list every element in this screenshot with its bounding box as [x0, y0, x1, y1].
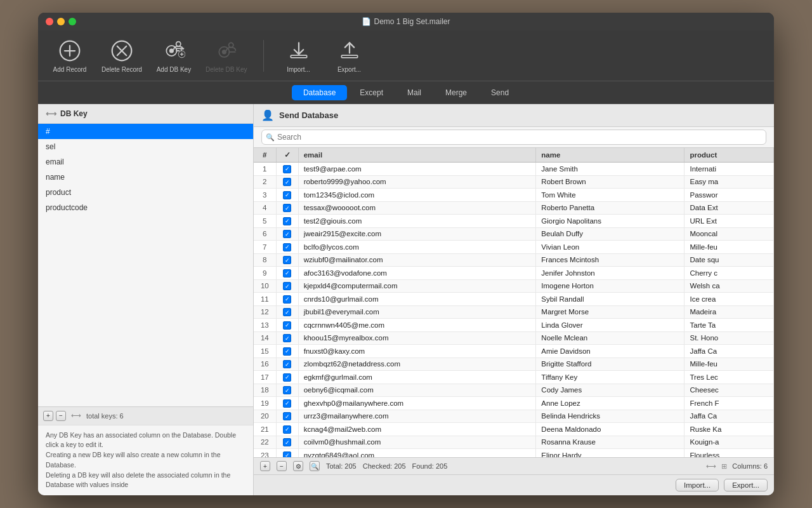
bottom-import-button[interactable]: Import... — [676, 479, 719, 491]
row-check[interactable]: ✓ — [276, 241, 298, 254]
import-button[interactable]: Import... — [280, 38, 318, 73]
table-row[interactable]: 18 ✓ oebny6@icqmail.com Cody James Chees… — [254, 384, 774, 397]
table-row[interactable]: 20 ✓ urrz3@mailanywhere.com Belinda Hend… — [254, 410, 774, 423]
delete-db-key-label: Delete DB Key — [206, 66, 247, 73]
table-row[interactable]: 23 ✓ nyzqtq6849@aol.com Elinor Hardy Flo… — [254, 449, 774, 458]
row-check[interactable]: ✓ — [276, 358, 298, 371]
table-row[interactable]: 8 ✓ wziubf0@mailinator.com Frances Mcint… — [254, 253, 774, 267]
table-row[interactable]: 9 ✓ afoc3163@vodafone.com Jenifer Johnst… — [254, 267, 774, 280]
delete-db-key-button[interactable]: Delete DB Key — [206, 38, 247, 73]
row-num: 10 — [254, 279, 276, 293]
row-check[interactable]: ✓ — [276, 319, 298, 332]
table-row[interactable]: 5 ✓ test2@giouis.com Giorgio Napolitans … — [254, 215, 774, 228]
row-name: Jane Smith — [536, 163, 684, 176]
row-name: Vivian Leon — [536, 241, 684, 254]
sidebar-item-productcode[interactable]: productcode — [38, 200, 253, 215]
row-check[interactable]: ✓ — [276, 201, 298, 215]
search-input[interactable] — [261, 130, 766, 145]
row-num: 8 — [254, 253, 276, 267]
sidebar-item-email[interactable]: email — [38, 154, 253, 170]
row-check[interactable]: ✓ — [276, 345, 298, 358]
row-check[interactable]: ✓ — [276, 423, 298, 436]
export-button[interactable]: Export... — [331, 38, 369, 73]
add-record-icon — [57, 38, 82, 64]
row-num: 12 — [254, 305, 276, 319]
table-row[interactable]: 22 ✓ coilvm0@hushmail.com Rosanna Krause… — [254, 436, 774, 449]
tab-send[interactable]: Send — [480, 85, 520, 100]
table-row[interactable]: 11 ✓ cnrds10@gurlmail.com Sybil Randall … — [254, 293, 774, 306]
table-row[interactable]: 14 ✓ khoou15@myrealbox.com Noelle Mclean… — [254, 331, 774, 345]
close-button[interactable] — [46, 18, 53, 25]
table-row[interactable]: 6 ✓ jweair2915@excite.com Beulah Duffy M… — [254, 227, 774, 241]
remove-row-button[interactable]: − — [277, 461, 287, 471]
tab-except[interactable]: Except — [348, 85, 395, 100]
row-check[interactable]: ✓ — [276, 436, 298, 449]
table-row[interactable]: 19 ✓ ghexvhp0@mailanywhere.com Anne Lope… — [254, 397, 774, 410]
row-name: Margret Morse — [536, 305, 684, 319]
row-product: Jaffa Ca — [684, 345, 774, 358]
row-product: St. Hono — [684, 331, 774, 345]
table-row[interactable]: 15 ✓ fnuxst0@kaxy.com Amie Davidson Jaff… — [254, 345, 774, 358]
minimize-button[interactable] — [57, 18, 65, 25]
svg-point-18 — [228, 43, 233, 47]
add-db-key-button[interactable]: Add DB Key — [155, 38, 193, 73]
row-check[interactable]: ✓ — [276, 305, 298, 319]
settings-button[interactable]: ⚙ — [293, 461, 303, 471]
row-name: Roberto Panetta — [536, 201, 684, 215]
sidebar-item-name[interactable]: name — [38, 170, 253, 185]
row-check[interactable]: ✓ — [276, 267, 298, 280]
row-num: 13 — [254, 319, 276, 332]
row-name: Elinor Hardy — [536, 449, 684, 458]
tab-database[interactable]: Database — [292, 85, 347, 100]
row-check[interactable]: ✓ — [276, 279, 298, 293]
row-check[interactable]: ✓ — [276, 227, 298, 241]
row-product: Welsh ca — [684, 279, 774, 293]
search-footer-button[interactable]: 🔍 — [310, 461, 320, 471]
sidebar-item-hash[interactable]: # — [38, 124, 253, 139]
tab-mail[interactable]: Mail — [396, 85, 433, 100]
row-check[interactable]: ✓ — [276, 410, 298, 423]
row-check[interactable]: ✓ — [276, 163, 298, 176]
table-row[interactable]: 12 ✓ jbubil1@everymail.com Margret Morse… — [254, 305, 774, 319]
columns-count: Columns: 6 — [732, 462, 768, 470]
row-check[interactable]: ✓ — [276, 384, 298, 397]
row-check[interactable]: ✓ — [276, 293, 298, 306]
row-num: 18 — [254, 384, 276, 397]
import-icon — [286, 38, 311, 64]
table-row[interactable]: 1 ✓ test9@arpae.com Jane Smith Internati — [254, 163, 774, 176]
row-check[interactable]: ✓ — [276, 371, 298, 384]
sidebar-item-sel[interactable]: sel — [38, 139, 253, 154]
row-check[interactable]: ✓ — [276, 215, 298, 228]
table-row[interactable]: 7 ✓ bclfo@lycos.com Vivian Leon Mille-fe… — [254, 241, 774, 254]
row-num: 4 — [254, 201, 276, 215]
fullscreen-button[interactable] — [69, 18, 76, 25]
bottom-export-button[interactable]: Export... — [724, 479, 768, 491]
row-product: Date squ — [684, 253, 774, 267]
row-check[interactable]: ✓ — [276, 449, 298, 458]
row-check[interactable]: ✓ — [276, 189, 298, 202]
add-key-button[interactable]: + — [43, 411, 53, 421]
row-num: 20 — [254, 410, 276, 423]
add-record-button[interactable]: Add Record — [51, 38, 89, 73]
table-row[interactable]: 21 ✓ kcnag4@mail2web.com Deena Maldonado… — [254, 423, 774, 436]
row-check[interactable]: ✓ — [276, 175, 298, 189]
table-row[interactable]: 16 ✓ zlombqzt62@netaddress.com Brigitte … — [254, 358, 774, 371]
tab-merge[interactable]: Merge — [434, 85, 478, 100]
remove-key-button[interactable]: − — [56, 411, 66, 421]
table-row[interactable]: 2 ✓ roberto9999@yahoo.com Robert Brown E… — [254, 175, 774, 189]
table-row[interactable]: 10 ✓ kjepxld4@computermail.com Imogene H… — [254, 279, 774, 293]
table-row[interactable]: 13 ✓ cqcrnnwn4405@me.com Linda Glover Ta… — [254, 319, 774, 332]
data-table: # ✓ email name product 1 ✓ test9@arpae.c… — [254, 148, 774, 457]
table-row[interactable]: 17 ✓ egkmf@gurlmail.com Tiffany Key Tres… — [254, 371, 774, 384]
add-row-button[interactable]: + — [260, 461, 270, 471]
document-icon: 📄 — [362, 17, 371, 26]
row-check[interactable]: ✓ — [276, 331, 298, 345]
delete-record-button[interactable]: Delete Record — [102, 38, 142, 73]
sidebar-item-product[interactable]: product — [38, 185, 253, 200]
row-check[interactable]: ✓ — [276, 253, 298, 267]
table-row[interactable]: 3 ✓ tom12345@iclod.com Tom White Passwor — [254, 189, 774, 202]
row-check[interactable]: ✓ — [276, 397, 298, 410]
table-row[interactable]: 4 ✓ tessax@wooooot.com Roberto Panetta D… — [254, 201, 774, 215]
row-product: Easy ma — [684, 175, 774, 189]
db-panel-header: 👤 Send Database — [254, 104, 774, 127]
